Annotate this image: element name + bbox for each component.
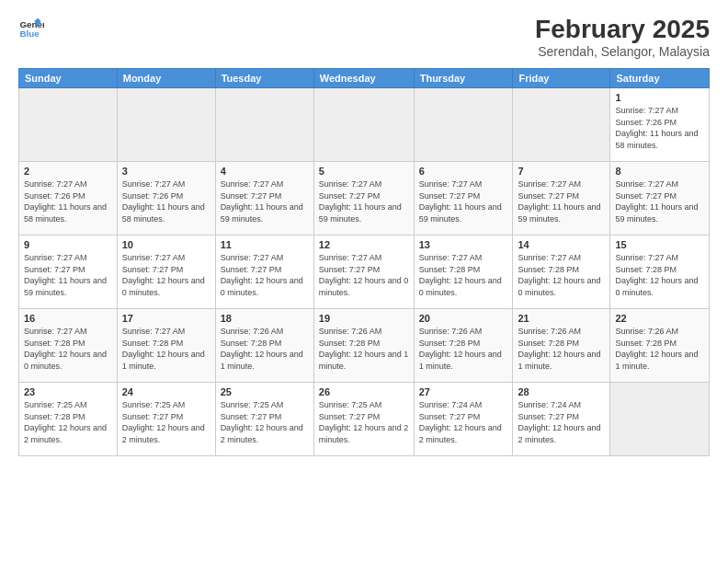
calendar-table: Sunday Monday Tuesday Wednesday Thursday…	[18, 68, 710, 456]
day-info: Sunrise: 7:27 AM Sunset: 7:27 PM Dayligh…	[615, 178, 704, 224]
day-number: 7	[518, 166, 605, 177]
table-row: 3Sunrise: 7:27 AM Sunset: 7:26 PM Daylig…	[117, 162, 215, 236]
table-row	[610, 383, 710, 456]
day-info: Sunrise: 7:27 AM Sunset: 7:26 PM Dayligh…	[122, 178, 210, 224]
table-row: 21Sunrise: 7:26 AM Sunset: 7:28 PM Dayli…	[513, 309, 610, 383]
table-row	[117, 88, 215, 162]
table-row: 5Sunrise: 7:27 AM Sunset: 7:27 PM Daylig…	[313, 162, 414, 236]
table-row: 6Sunrise: 7:27 AM Sunset: 7:27 PM Daylig…	[414, 162, 513, 236]
table-row: 2Sunrise: 7:27 AM Sunset: 7:26 PM Daylig…	[19, 162, 118, 236]
day-number: 9	[24, 239, 112, 250]
day-info: Sunrise: 7:27 AM Sunset: 7:27 PM Dayligh…	[221, 252, 309, 298]
day-info: Sunrise: 7:26 AM Sunset: 7:28 PM Dayligh…	[615, 326, 704, 372]
main-title: February 2025	[535, 15, 710, 44]
day-info: Sunrise: 7:27 AM Sunset: 7:27 PM Dayligh…	[419, 178, 508, 224]
table-row: 10Sunrise: 7:27 AM Sunset: 7:27 PM Dayli…	[117, 236, 215, 309]
table-row: 28Sunrise: 7:24 AM Sunset: 7:27 PM Dayli…	[513, 383, 610, 456]
table-row: 9Sunrise: 7:27 AM Sunset: 7:27 PM Daylig…	[19, 236, 118, 309]
title-section: February 2025 Serendah, Selangor, Malays…	[535, 15, 710, 59]
col-friday: Friday	[513, 69, 610, 88]
header-row: Sunday Monday Tuesday Wednesday Thursday…	[19, 69, 710, 88]
table-row: 7Sunrise: 7:27 AM Sunset: 7:27 PM Daylig…	[513, 162, 610, 236]
day-number: 15	[615, 239, 704, 250]
table-row: 19Sunrise: 7:26 AM Sunset: 7:28 PM Dayli…	[313, 309, 414, 383]
day-number: 25	[221, 386, 309, 397]
day-number: 27	[419, 386, 508, 397]
table-row: 23Sunrise: 7:25 AM Sunset: 7:28 PM Dayli…	[19, 383, 118, 456]
day-info: Sunrise: 7:25 AM Sunset: 7:27 PM Dayligh…	[122, 399, 210, 445]
day-info: Sunrise: 7:27 AM Sunset: 7:28 PM Dayligh…	[518, 252, 605, 298]
day-info: Sunrise: 7:27 AM Sunset: 7:27 PM Dayligh…	[122, 252, 210, 298]
day-number: 5	[319, 166, 409, 177]
day-number: 10	[122, 239, 210, 250]
logo: General Blue	[18, 15, 44, 40]
week-row-2: 9Sunrise: 7:27 AM Sunset: 7:27 PM Daylig…	[19, 236, 710, 309]
table-row	[19, 88, 118, 162]
col-sunday: Sunday	[19, 69, 118, 88]
day-info: Sunrise: 7:27 AM Sunset: 7:28 PM Dayligh…	[419, 252, 508, 298]
day-number: 24	[122, 386, 210, 397]
day-info: Sunrise: 7:27 AM Sunset: 7:28 PM Dayligh…	[24, 326, 112, 372]
day-info: Sunrise: 7:27 AM Sunset: 7:27 PM Dayligh…	[518, 178, 605, 224]
day-info: Sunrise: 7:25 AM Sunset: 7:28 PM Dayligh…	[24, 399, 112, 445]
day-info: Sunrise: 7:27 AM Sunset: 7:27 PM Dayligh…	[319, 178, 409, 224]
day-number: 28	[518, 386, 605, 397]
day-number: 8	[615, 166, 704, 177]
day-number: 20	[419, 313, 508, 324]
day-info: Sunrise: 7:25 AM Sunset: 7:27 PM Dayligh…	[319, 399, 409, 445]
col-monday: Monday	[117, 69, 215, 88]
table-row	[313, 88, 414, 162]
table-row: 17Sunrise: 7:27 AM Sunset: 7:28 PM Dayli…	[117, 309, 215, 383]
day-number: 18	[221, 313, 309, 324]
day-info: Sunrise: 7:27 AM Sunset: 7:27 PM Dayligh…	[221, 178, 309, 224]
table-row: 8Sunrise: 7:27 AM Sunset: 7:27 PM Daylig…	[610, 162, 710, 236]
svg-text:Blue: Blue	[19, 29, 40, 39]
week-row-1: 2Sunrise: 7:27 AM Sunset: 7:26 PM Daylig…	[19, 162, 710, 236]
day-info: Sunrise: 7:27 AM Sunset: 7:27 PM Dayligh…	[24, 252, 112, 298]
col-thursday: Thursday	[414, 69, 513, 88]
day-info: Sunrise: 7:26 AM Sunset: 7:28 PM Dayligh…	[419, 326, 508, 372]
day-info: Sunrise: 7:27 AM Sunset: 7:28 PM Dayligh…	[122, 326, 210, 372]
col-saturday: Saturday	[610, 69, 710, 88]
table-row: 25Sunrise: 7:25 AM Sunset: 7:27 PM Dayli…	[215, 383, 313, 456]
day-number: 16	[24, 313, 112, 324]
col-wednesday: Wednesday	[313, 69, 414, 88]
table-row: 12Sunrise: 7:27 AM Sunset: 7:27 PM Dayli…	[313, 236, 414, 309]
table-row	[215, 88, 313, 162]
day-info: Sunrise: 7:27 AM Sunset: 7:28 PM Dayligh…	[615, 252, 704, 298]
day-number: 17	[122, 313, 210, 324]
table-row: 16Sunrise: 7:27 AM Sunset: 7:28 PM Dayli…	[19, 309, 118, 383]
table-row: 22Sunrise: 7:26 AM Sunset: 7:28 PM Dayli…	[610, 309, 710, 383]
day-number: 1	[615, 92, 704, 103]
table-row: 26Sunrise: 7:25 AM Sunset: 7:27 PM Dayli…	[313, 383, 414, 456]
day-number: 11	[221, 239, 309, 250]
day-number: 19	[319, 313, 409, 324]
day-number: 4	[221, 166, 309, 177]
day-info: Sunrise: 7:25 AM Sunset: 7:27 PM Dayligh…	[221, 399, 309, 445]
week-row-3: 16Sunrise: 7:27 AM Sunset: 7:28 PM Dayli…	[19, 309, 710, 383]
day-info: Sunrise: 7:26 AM Sunset: 7:28 PM Dayligh…	[518, 326, 605, 372]
table-row: 13Sunrise: 7:27 AM Sunset: 7:28 PM Dayli…	[414, 236, 513, 309]
table-row: 1Sunrise: 7:27 AM Sunset: 7:26 PM Daylig…	[610, 88, 710, 162]
day-number: 22	[615, 313, 704, 324]
week-row-4: 23Sunrise: 7:25 AM Sunset: 7:28 PM Dayli…	[19, 383, 710, 456]
page: General Blue February 2025 Serendah, Sel…	[0, 0, 728, 563]
table-row: 11Sunrise: 7:27 AM Sunset: 7:27 PM Dayli…	[215, 236, 313, 309]
table-row: 14Sunrise: 7:27 AM Sunset: 7:28 PM Dayli…	[513, 236, 610, 309]
table-row: 27Sunrise: 7:24 AM Sunset: 7:27 PM Dayli…	[414, 383, 513, 456]
day-number: 3	[122, 166, 210, 177]
table-row: 20Sunrise: 7:26 AM Sunset: 7:28 PM Dayli…	[414, 309, 513, 383]
day-info: Sunrise: 7:27 AM Sunset: 7:26 PM Dayligh…	[24, 178, 112, 224]
table-row: 18Sunrise: 7:26 AM Sunset: 7:28 PM Dayli…	[215, 309, 313, 383]
subtitle: Serendah, Selangor, Malaysia	[535, 44, 710, 59]
table-row: 15Sunrise: 7:27 AM Sunset: 7:28 PM Dayli…	[610, 236, 710, 309]
week-row-0: 1Sunrise: 7:27 AM Sunset: 7:26 PM Daylig…	[19, 88, 710, 162]
day-info: Sunrise: 7:24 AM Sunset: 7:27 PM Dayligh…	[419, 399, 508, 445]
col-tuesday: Tuesday	[215, 69, 313, 88]
day-number: 21	[518, 313, 605, 324]
day-info: Sunrise: 7:27 AM Sunset: 7:26 PM Dayligh…	[615, 105, 704, 151]
day-number: 12	[319, 239, 409, 250]
day-number: 6	[419, 166, 508, 177]
logo-icon: General Blue	[18, 15, 44, 40]
day-number: 14	[518, 239, 605, 250]
